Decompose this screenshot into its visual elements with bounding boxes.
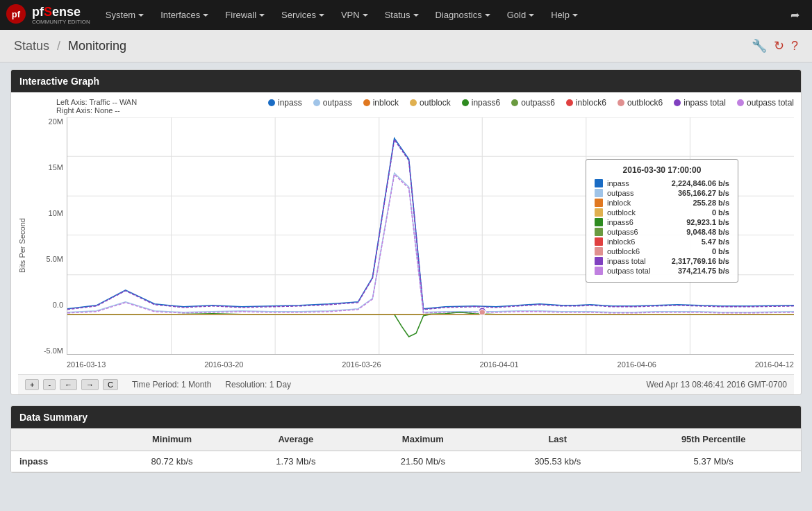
tooltip-row-label: inblock: [607, 199, 693, 207]
col-header-max: Maximum: [356, 428, 489, 451]
tooltip-color-swatch: [595, 199, 603, 207]
x-label-3: 2016-04-01: [479, 360, 518, 369]
nav-status[interactable]: Status: [376, 0, 427, 30]
graph-legend: inpass outpass inblock outblock: [143, 98, 794, 108]
main-content: Interactive Graph Left Axis: Traffic -- …: [0, 62, 812, 490]
tooltip-row-value: 9,048.48 b/s: [686, 228, 729, 236]
legend-inblock: inblock: [363, 98, 399, 108]
chevron-down-icon: [529, 14, 534, 17]
chevron-down-icon: [413, 14, 419, 17]
tooltip-color-swatch: [595, 257, 603, 265]
tooltip-row: outblock 0 b/s: [595, 208, 729, 217]
col-header-avg: Average: [235, 428, 356, 451]
legend-dot-inblock: [363, 99, 370, 106]
tooltip-color-swatch: [595, 218, 603, 226]
legend-outpass6: outpass6: [511, 98, 555, 108]
summary-panel: Data Summary Minimum Average Maximum Las…: [10, 405, 802, 473]
tooltip-row-value: 255.28 b/s: [693, 199, 729, 207]
col-header-label: [11, 428, 109, 451]
legend-inblock6: inblock6: [566, 98, 606, 108]
tooltip-row-value: 0 b/s: [712, 247, 729, 255]
chevron-down-icon: [203, 14, 208, 17]
nav-diagnostics[interactable]: Diagnostics: [427, 0, 499, 30]
summary-table: Minimum Average Maximum Last 95th Percen…: [11, 428, 801, 472]
time-period-label: Time Period: 1 Month: [132, 380, 211, 389]
refresh-icon[interactable]: ↻: [774, 38, 784, 53]
nav-interfaces[interactable]: Interfaces: [152, 0, 217, 30]
brand-subtitle: COMMUNITY EDITION: [32, 19, 90, 25]
graph-zoom-controls: + - ← → C: [25, 379, 118, 390]
zoom-in-button[interactable]: +: [25, 379, 39, 390]
reset-button[interactable]: C: [103, 379, 118, 390]
row-p95: 5.37 Mb/s: [626, 451, 801, 472]
tooltip-row-value: 0 b/s: [712, 208, 729, 217]
table-header-row: Minimum Average Maximum Last 95th Percen…: [11, 428, 801, 451]
legend-outblock: outblock: [410, 98, 451, 108]
y-tick-neg5m: -5.0M: [32, 346, 63, 355]
breadcrumb-parent: Status: [14, 39, 49, 53]
settings-icon[interactable]: 🔧: [752, 38, 767, 53]
chevron-down-icon: [259, 14, 265, 17]
axis-right-label: Right Axis: None --: [56, 106, 143, 115]
breadcrumb-separator: /: [57, 39, 60, 53]
tooltip-row-label: outblock: [607, 208, 712, 217]
legend-inpass: inpass: [268, 98, 302, 108]
y-tick-0: 0.0: [32, 301, 63, 309]
y-tick-5m: 5.0M: [32, 255, 63, 263]
help-icon[interactable]: ?: [791, 39, 798, 53]
zoom-out-button[interactable]: -: [43, 379, 56, 390]
legend-outpass: outpass: [313, 98, 352, 108]
page-header: Status / Monitoring 🔧 ↻ ?: [0, 30, 812, 62]
tooltip-timestamp: 2016-03-30 17:00:00: [595, 165, 729, 175]
tooltip-color-swatch: [595, 208, 603, 217]
svg-text:pf: pf: [12, 9, 21, 19]
legend-dot-inpass: [268, 99, 275, 106]
table-row: inpass 80.72 kb/s 1.73 Mb/s 21.50 Mb/s 3…: [11, 451, 801, 472]
tooltip-row-value: 2,317,769.16 b/s: [672, 257, 729, 265]
graph-tooltip: 2016-03-30 17:00:00 inpass 2,224,846.06 …: [586, 159, 738, 283]
pan-right-button[interactable]: →: [81, 379, 99, 390]
tooltip-row: inpass6 92,923.1 b/s: [595, 218, 729, 226]
breadcrumb: Status / Monitoring: [14, 39, 126, 53]
tooltip-row: inpass total 2,317,769.16 b/s: [595, 257, 729, 265]
tooltip-rows: inpass 2,224,846.06 b/s outpass 365,166.…: [595, 179, 729, 275]
graph-panel: Interactive Graph Left Axis: Traffic -- …: [10, 69, 802, 395]
nav-services[interactable]: Services: [273, 0, 333, 30]
x-label-1: 2016-03-20: [204, 360, 243, 369]
y-tick-20m: 20M: [32, 117, 63, 126]
legend-inpass-total: inpass total: [674, 98, 726, 108]
external-link-icon[interactable]: ➦: [784, 8, 806, 22]
tooltip-color-swatch: [595, 228, 603, 236]
nav-system[interactable]: System: [97, 0, 152, 30]
x-label-0: 2016-03-13: [67, 360, 106, 369]
nav-gold[interactable]: Gold: [499, 0, 542, 30]
axis-left-label: Left Axis: Traffic -- WAN: [56, 98, 143, 106]
y-axis-label: Bits Per Second: [18, 117, 32, 374]
legend-dot-outblock: [410, 99, 417, 106]
legend-outblock6: outblock6: [618, 98, 663, 108]
nav-firewall[interactable]: Firewall: [217, 0, 273, 30]
tooltip-row: inblock 255.28 b/s: [595, 199, 729, 207]
nav-menu: System Interfaces Firewall Services VPN …: [97, 0, 784, 30]
graph-controls: + - ← → C Time Period: 1 Month Resolutio…: [18, 374, 794, 394]
x-label-5: 2016-04-12: [755, 360, 794, 369]
legend-inpass6: inpass6: [462, 98, 500, 108]
nav-vpn[interactable]: VPN: [333, 0, 376, 30]
col-header-min: Minimum: [109, 428, 235, 451]
chevron-down-icon: [572, 14, 578, 17]
tooltip-row-label: outpass: [607, 189, 678, 197]
y-tick-15m: 15M: [32, 163, 63, 171]
row-max: 21.50 Mb/s: [356, 451, 489, 472]
pan-left-button[interactable]: ←: [60, 379, 77, 390]
graph-panel-title: Interactive Graph: [11, 70, 801, 92]
legend-dot-inblock6: [566, 99, 573, 106]
tooltip-row-label: inpass total: [607, 257, 672, 265]
legend-dot-outpass-total: [737, 99, 744, 106]
nav-help[interactable]: Help: [542, 0, 586, 30]
tooltip-row: outpass 365,166.27 b/s: [595, 189, 729, 197]
tooltip-color-swatch: [595, 247, 603, 255]
col-header-last: Last: [489, 428, 626, 451]
col-header-p95: 95th Percentile: [626, 428, 801, 451]
tooltip-row-label: inpass: [607, 179, 672, 187]
legend-dot-outpass: [313, 99, 320, 106]
